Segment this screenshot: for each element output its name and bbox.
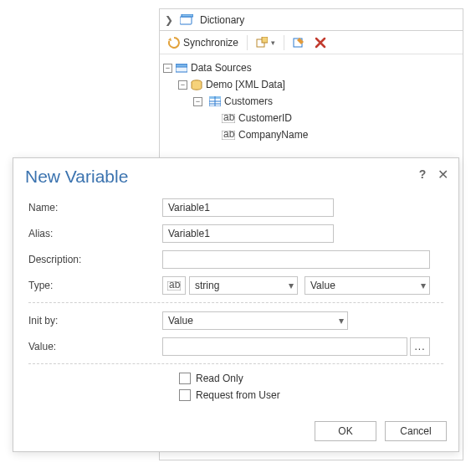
dialog-title: New Variable	[25, 167, 128, 187]
type-select[interactable]: string ▾	[189, 276, 298, 295]
tree-label: CustomerID	[238, 112, 292, 124]
synchronize-label: Synchronize	[183, 37, 238, 49]
readonly-checkbox[interactable]	[179, 373, 191, 384]
type-mode-select[interactable]: Value ▾	[305, 276, 430, 295]
browse-button[interactable]: ...	[410, 337, 430, 356]
tree-label: CompanyName	[238, 129, 308, 141]
database-icon	[191, 80, 202, 90]
tree-label: Customers	[224, 95, 273, 107]
name-label: Name:	[28, 202, 162, 213]
collapse-icon[interactable]: −	[193, 97, 202, 106]
request-from-user-checkbox[interactable]	[179, 389, 191, 401]
request-from-user-label: Request from User	[196, 389, 280, 401]
initby-value: Value	[168, 315, 193, 327]
delete-button[interactable]	[311, 35, 330, 50]
dialog-form: Name: Alias: Description: Type: abc stri…	[13, 195, 458, 401]
chevron-down-icon: ▾	[339, 315, 344, 327]
alias-label: Alias:	[28, 228, 162, 239]
chevron-down-icon: ▾	[271, 39, 275, 47]
value-input[interactable]	[162, 337, 407, 356]
alias-input[interactable]	[162, 224, 334, 243]
description-input[interactable]	[162, 250, 430, 269]
ok-button[interactable]: OK	[315, 421, 376, 441]
initby-select[interactable]: Value ▾	[162, 311, 348, 330]
type-icon-box: abc	[162, 276, 186, 295]
field-icon: abc	[222, 131, 235, 140]
svg-text:abc: abc	[223, 131, 235, 140]
initby-label: Init by:	[28, 315, 162, 327]
svg-text:abc: abc	[169, 281, 181, 291]
cancel-button[interactable]: Cancel	[385, 421, 447, 441]
toolbar-separator	[284, 35, 284, 50]
svg-text:abc: abc	[223, 114, 235, 123]
cancel-label: Cancel	[400, 425, 431, 437]
delete-icon	[315, 37, 326, 49]
dialog-titlebar: New Variable ? ✕	[13, 158, 458, 195]
dictionary-icon	[180, 14, 193, 26]
name-input[interactable]	[162, 198, 334, 217]
refresh-icon	[168, 37, 180, 49]
tree-node-customerid[interactable]: abc CustomerID	[163, 110, 459, 126]
tree-label: Data Sources	[191, 62, 252, 74]
type-value: string	[195, 280, 219, 291]
tree-node-customers[interactable]: − Customers	[193, 93, 459, 110]
collapse-icon[interactable]: −	[178, 80, 187, 90]
tree-node-datasources[interactable]: − Data Sources	[163, 59, 459, 76]
chevron-down-icon: ▾	[421, 280, 426, 291]
chevron-right-icon[interactable]: ❯	[165, 14, 173, 26]
dictionary-tree: − Data Sources − Demo [XML Data] − Custo…	[160, 54, 463, 148]
type-mode-value: Value	[310, 280, 335, 291]
synchronize-button[interactable]: Synchronize	[165, 35, 242, 50]
dictionary-title: Dictionary	[200, 14, 244, 26]
svg-rect-1	[182, 14, 193, 17]
readonly-label: Read Only	[196, 373, 243, 384]
string-type-icon: abc	[167, 281, 181, 291]
svg-rect-0	[180, 17, 192, 24]
close-button[interactable]: ✕	[435, 167, 450, 182]
tree-node-demo[interactable]: − Demo [XML Data]	[163, 76, 459, 93]
toolbar-separator	[247, 35, 248, 50]
new-item-button[interactable]: ▾	[253, 35, 279, 50]
new-variable-dialog: New Variable ? ✕ Name: Alias: Descriptio…	[13, 157, 459, 452]
new-item-icon	[256, 37, 268, 49]
svg-rect-6	[176, 64, 187, 67]
tree-node-companyname[interactable]: abc CompanyName	[163, 126, 459, 143]
chevron-down-icon: ▾	[289, 280, 294, 291]
edit-icon	[293, 37, 305, 49]
divider	[28, 363, 443, 364]
dictionary-toolbar: Synchronize ▾	[160, 31, 463, 54]
type-label: Type:	[28, 280, 162, 291]
help-button[interactable]: ?	[415, 167, 430, 182]
ellipsis-icon: ...	[414, 341, 425, 352]
collapse-icon[interactable]: −	[163, 64, 172, 73]
description-label: Description:	[28, 254, 162, 265]
dialog-button-bar: OK Cancel	[315, 421, 447, 441]
ok-label: OK	[338, 425, 352, 437]
value-label: Value:	[28, 341, 162, 352]
divider	[28, 302, 443, 303]
field-icon: abc	[222, 114, 235, 123]
tree-label: Demo [XML Data]	[206, 79, 285, 90]
edit-button[interactable]	[289, 35, 308, 50]
svg-rect-3	[262, 37, 268, 43]
datasource-icon	[176, 63, 187, 73]
dictionary-header: ❯ Dictionary	[160, 9, 463, 31]
table-icon	[209, 96, 221, 106]
